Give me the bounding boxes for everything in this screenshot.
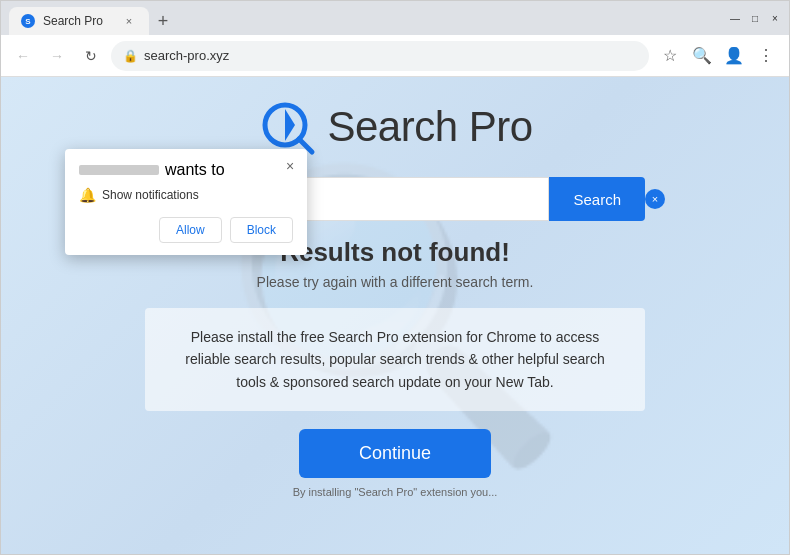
allow-button[interactable]: Allow (159, 217, 222, 243)
continue-button[interactable]: Continue (299, 429, 491, 478)
results-subtitle: Please try again with a different search… (145, 274, 645, 290)
bell-icon: 🔔 (79, 187, 96, 203)
back-button[interactable]: ← (9, 42, 37, 70)
active-tab[interactable]: S Search Pro × (9, 7, 149, 35)
maximize-button[interactable]: □ (749, 12, 761, 24)
toolbar-icons: ☆ 🔍 👤 ⋮ (655, 41, 781, 71)
tab-strip: S Search Pro × + (9, 1, 723, 35)
results-area: Results not found! Please try again with… (145, 237, 645, 498)
search-button[interactable]: Search (549, 177, 645, 221)
back-icon: ← (16, 48, 30, 64)
popup-permission-row: 🔔 Show notifications (79, 187, 293, 203)
page-content: 🔍 × wants to 🔔 Show notifications Allow … (1, 77, 789, 554)
profile-button[interactable]: 👤 (719, 41, 749, 71)
minimize-button[interactable]: — (729, 12, 741, 24)
browser-frame: S Search Pro × + — □ × ← → ↻ 🔒 search-pr… (0, 0, 790, 555)
title-bar: S Search Pro × + — □ × (1, 1, 789, 35)
logo-area: Search Pro (257, 97, 532, 157)
lock-icon: 🔒 (123, 49, 138, 63)
popup-permission-text: Show notifications (102, 188, 199, 202)
tab-close-button[interactable]: × (121, 13, 137, 29)
address-input-wrap[interactable]: 🔒 search-pro.xyz (111, 41, 649, 71)
main-content: Search Pro Search × Results not found! P… (1, 77, 789, 498)
promo-text: Please install the free Search Pro exten… (185, 329, 604, 390)
logo-icon (257, 97, 317, 157)
popup-wants-text: wants to (165, 161, 225, 179)
promo-box: Please install the free Search Pro exten… (145, 308, 645, 411)
block-button[interactable]: Block (230, 217, 293, 243)
notification-popup: × wants to 🔔 Show notifications Allow Bl… (65, 149, 307, 255)
svg-marker-2 (285, 109, 295, 141)
window-controls: — □ × (729, 12, 781, 24)
site-name-blurred (79, 165, 159, 175)
refresh-button[interactable]: ↻ (77, 42, 105, 70)
refresh-icon: ↻ (85, 48, 97, 64)
popup-close-button[interactable]: × (281, 157, 299, 175)
tab-title: Search Pro (43, 14, 113, 28)
forward-button[interactable]: → (43, 42, 71, 70)
forward-icon: → (50, 48, 64, 64)
bookmark-button[interactable]: ☆ (655, 41, 685, 71)
menu-button[interactable]: ⋮ (751, 41, 781, 71)
tab-favicon: S (21, 14, 35, 28)
popup-title-row: wants to (79, 161, 293, 179)
address-bar: ← → ↻ 🔒 search-pro.xyz ☆ 🔍 👤 ⋮ (1, 35, 789, 77)
installing-text: By installing "Search Pro" extension you… (145, 486, 645, 498)
close-window-button[interactable]: × (769, 12, 781, 24)
logo-text: Search Pro (327, 103, 532, 151)
address-text: search-pro.xyz (144, 48, 637, 63)
search-clear-button[interactable]: × (645, 189, 665, 209)
new-tab-button[interactable]: + (149, 7, 177, 35)
browser-search-button[interactable]: 🔍 (687, 41, 717, 71)
popup-buttons: Allow Block (79, 217, 293, 243)
